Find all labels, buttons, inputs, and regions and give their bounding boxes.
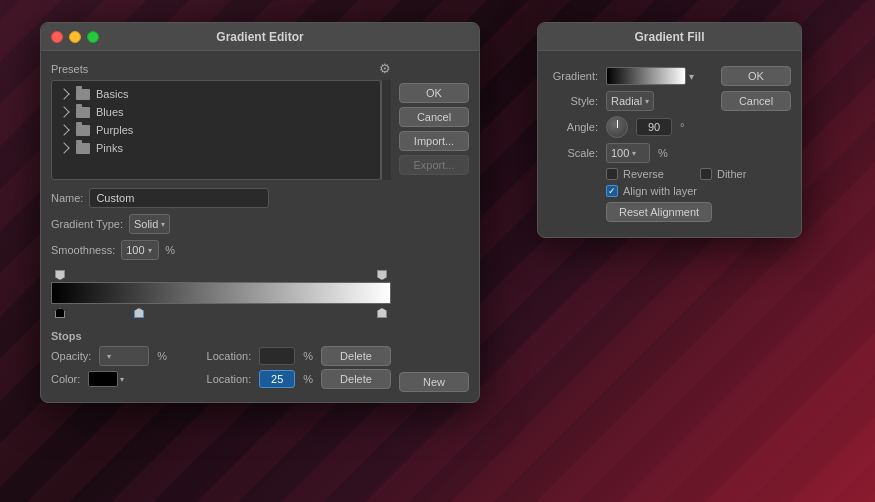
- location-color-input[interactable]: [259, 370, 295, 388]
- dither-label: Dither: [717, 168, 746, 180]
- angle-row: Angle: °: [548, 116, 791, 138]
- presets-area: Presets ⚙ Basics Blues: [51, 61, 469, 392]
- smoothness-value: 100: [126, 244, 144, 256]
- angle-label: Angle:: [548, 121, 598, 133]
- angle-knob[interactable]: [606, 116, 628, 138]
- gear-icon[interactable]: ⚙: [379, 61, 391, 76]
- color-label: Color:: [51, 373, 80, 385]
- location-color-unit: %: [303, 373, 313, 385]
- chevron-down-icon: ▾: [148, 246, 152, 255]
- new-button[interactable]: New: [399, 372, 469, 392]
- chevron-down-icon: ▾: [645, 97, 649, 106]
- chevron-down-icon: ▾: [632, 149, 636, 158]
- export-button[interactable]: Export...: [399, 155, 469, 175]
- preset-item-blues[interactable]: Blues: [52, 103, 380, 121]
- chevron-icon: [58, 124, 69, 135]
- color-swatch[interactable]: [88, 371, 118, 387]
- left-panel: Presets ⚙ Basics Blues: [51, 61, 391, 392]
- name-input[interactable]: [89, 188, 269, 208]
- dither-checkbox[interactable]: [700, 168, 712, 180]
- smoothness-label: Smoothness:: [51, 244, 115, 256]
- location-opacity-unit: %: [303, 350, 313, 362]
- delete-opacity-button[interactable]: Delete: [321, 346, 391, 366]
- chevron-down-icon[interactable]: ▾: [689, 71, 694, 82]
- chevron-down-icon[interactable]: ▾: [120, 375, 124, 384]
- name-row: Name:: [51, 188, 391, 208]
- gradient-fill-titlebar: Gradient Fill: [538, 23, 801, 51]
- location-opacity-label: Location:: [207, 350, 252, 362]
- close-button[interactable]: [51, 31, 63, 43]
- preset-item-basics[interactable]: Basics: [52, 85, 380, 103]
- chevron-down-icon: ▾: [107, 352, 111, 361]
- preset-item-purples[interactable]: Purples: [52, 121, 380, 139]
- checkbox-row-1: Reverse Dither: [548, 168, 791, 180]
- gradient-editor-title: Gradient Editor: [216, 30, 303, 44]
- reset-alignment-button[interactable]: Reset Alignment: [606, 202, 712, 222]
- gradient-type-select[interactable]: Solid ▾: [129, 214, 170, 234]
- smoothness-input[interactable]: 100 ▾: [121, 240, 159, 260]
- color-stop-row: Color: ▾ Location: % Delete: [51, 369, 391, 389]
- gradient-row: Gradient: ▾ OK: [548, 66, 791, 86]
- chevron-icon: [58, 88, 69, 99]
- scale-row: Scale: 100 ▾ %: [548, 143, 791, 163]
- gf-ok-button[interactable]: OK: [721, 66, 791, 86]
- angle-input[interactable]: [636, 118, 672, 136]
- preset-name: Purples: [96, 124, 133, 136]
- folder-icon: [76, 143, 90, 154]
- align-group: ✓ Align with layer: [606, 185, 697, 197]
- opacity-unit: %: [157, 350, 167, 362]
- smoothness-row: Smoothness: 100 ▾ %: [51, 240, 391, 260]
- angle-unit: °: [680, 121, 684, 133]
- presets-label: Presets: [51, 63, 88, 75]
- gradient-preview[interactable]: [606, 67, 686, 85]
- folder-icon: [76, 107, 90, 118]
- dither-group: Dither: [700, 168, 746, 180]
- maximize-button[interactable]: [87, 31, 99, 43]
- bottom-stop-black[interactable]: [55, 308, 65, 318]
- reset-row: Reset Alignment: [548, 202, 791, 222]
- smoothness-unit: %: [165, 244, 175, 256]
- opacity-value-input[interactable]: ▾: [99, 346, 149, 366]
- preset-item-pinks[interactable]: Pinks: [52, 139, 380, 157]
- chevron-down-icon: ▾: [161, 220, 165, 229]
- style-row: Style: Radial ▾ Cancel: [548, 91, 791, 111]
- preset-name: Blues: [96, 106, 124, 118]
- gradient-bar[interactable]: [51, 282, 391, 304]
- import-button[interactable]: Import...: [399, 131, 469, 151]
- top-stop-right[interactable]: [377, 270, 387, 280]
- top-stop-left[interactable]: [55, 270, 65, 280]
- bottom-stop-selected[interactable]: [134, 308, 144, 318]
- delete-color-button[interactable]: Delete: [321, 369, 391, 389]
- scale-value: 100: [611, 147, 629, 159]
- bottom-stops: [51, 304, 391, 322]
- chevron-icon: [58, 106, 69, 117]
- gradient-fill-body: Gradient: ▾ OK Style: Radial ▾ Cancel An…: [538, 51, 801, 237]
- traffic-lights: [51, 31, 99, 43]
- cancel-button[interactable]: Cancel: [399, 107, 469, 127]
- presets-header: Presets ⚙: [51, 61, 391, 76]
- preset-name: Basics: [96, 88, 128, 100]
- opacity-stop-row: Opacity: ▾ % Location: % Delete: [51, 346, 391, 366]
- style-label: Style:: [548, 95, 598, 107]
- bottom-stop-white[interactable]: [377, 308, 387, 318]
- style-select[interactable]: Radial ▾: [606, 91, 654, 111]
- align-checkbox[interactable]: ✓: [606, 185, 618, 197]
- ok-button[interactable]: OK: [399, 83, 469, 103]
- gradient-type-label: Gradient Type:: [51, 218, 123, 230]
- gradient-preview-group: ▾: [606, 67, 694, 85]
- gf-cancel-button[interactable]: Cancel: [721, 91, 791, 111]
- folder-icon: [76, 125, 90, 136]
- gradient-label: Gradient:: [548, 70, 598, 82]
- preset-name: Pinks: [96, 142, 123, 154]
- gradient-fill-dialog: Gradient Fill Gradient: ▾ OK Style: Radi…: [537, 22, 802, 238]
- scale-unit: %: [658, 147, 668, 159]
- location-opacity-input[interactable]: [259, 347, 295, 365]
- reverse-checkbox[interactable]: [606, 168, 618, 180]
- minimize-button[interactable]: [69, 31, 81, 43]
- scale-input[interactable]: 100 ▾: [606, 143, 650, 163]
- name-label: Name:: [51, 192, 83, 204]
- presets-scrollbar[interactable]: [381, 80, 391, 180]
- scale-label: Scale:: [548, 147, 598, 159]
- presets-list[interactable]: Basics Blues Purples: [51, 80, 381, 180]
- knob-indicator: [617, 120, 618, 128]
